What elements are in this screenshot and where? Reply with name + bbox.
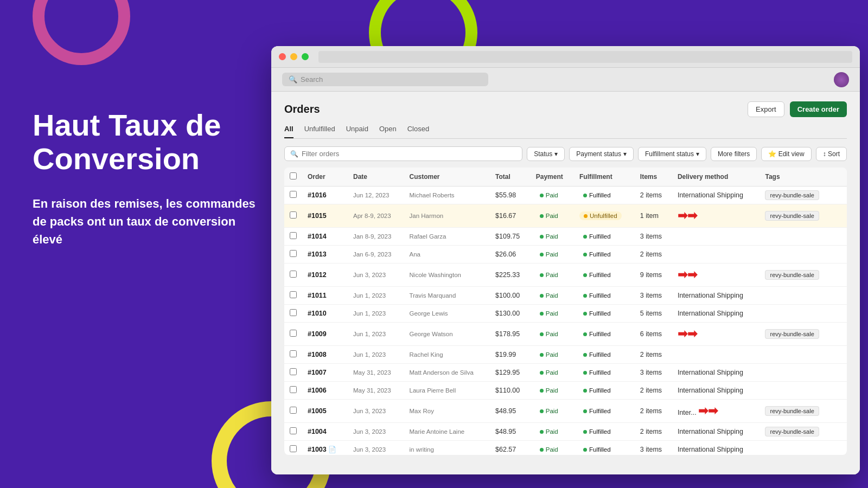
row-checkbox-cell[interactable]: [284, 305, 302, 323]
search-text: Search: [301, 75, 323, 84]
order-number-cell[interactable]: #1004: [302, 423, 348, 441]
row-checkbox-cell[interactable]: [284, 400, 302, 423]
edit-view-button[interactable]: ⭐ Edit view: [761, 147, 811, 161]
order-tags-cell: revy-bundle-sale: [760, 323, 847, 346]
order-number-cell[interactable]: #1013: [302, 246, 348, 264]
row-checkbox-cell[interactable]: [284, 228, 302, 246]
sort-button[interactable]: ↕ Sort: [816, 147, 847, 161]
row-checkbox-cell[interactable]: [284, 287, 302, 305]
order-date-cell: May 31, 2023: [348, 364, 404, 382]
order-total-cell: $225.33: [490, 264, 531, 287]
row-checkbox[interactable]: [290, 309, 297, 316]
row-checkbox[interactable]: [290, 250, 297, 257]
order-items-cell: 3 items: [635, 228, 672, 246]
order-total-cell: $19.99: [490, 346, 531, 364]
row-checkbox[interactable]: [290, 232, 297, 239]
order-items-cell: 2 items: [635, 400, 672, 423]
status-dot: [540, 409, 544, 413]
tabs-bar: All Unfulfilled Unpaid Open Closed: [284, 125, 847, 139]
order-total: $178.95: [495, 330, 520, 338]
traffic-light-green[interactable]: [302, 53, 309, 60]
order-number-cell[interactable]: #1011: [302, 287, 348, 305]
create-order-button[interactable]: Create order: [790, 101, 847, 117]
filter-orders-input[interactable]: [302, 150, 516, 158]
row-checkbox[interactable]: [290, 211, 297, 219]
traffic-light-red[interactable]: [279, 53, 286, 60]
order-number-cell[interactable]: #1015: [302, 204, 348, 228]
order-items: 3 items: [640, 369, 662, 376]
traffic-light-yellow[interactable]: [290, 53, 297, 60]
fulfillment-status-filter-button[interactable]: Fulfillment status ▾: [638, 147, 706, 161]
order-total-cell: $100.00: [490, 287, 531, 305]
search-box[interactable]: 🔍 Search: [282, 73, 488, 86]
order-payment-cell: Paid: [531, 382, 574, 400]
status-filter-button[interactable]: Status ▾: [527, 147, 565, 161]
decorative-circle-pink: [33, 0, 130, 65]
payment-status-badge: Paid: [536, 330, 562, 338]
red-arrow-annotation: ➡➡: [698, 404, 718, 418]
status-dot: [583, 371, 587, 375]
more-filters-button[interactable]: More filters: [711, 147, 757, 161]
row-checkbox-cell[interactable]: [284, 323, 302, 346]
row-checkbox-cell[interactable]: [284, 346, 302, 364]
row-checkbox-cell[interactable]: [284, 187, 302, 204]
order-date: May 31, 2023: [353, 369, 391, 376]
col-customer: Customer: [404, 168, 490, 187]
order-number-cell[interactable]: #1008: [302, 346, 348, 364]
tab-all[interactable]: All: [284, 125, 293, 138]
order-tags-cell: revy-bundle-sale: [760, 264, 847, 287]
avatar[interactable]: [834, 72, 849, 87]
order-date-cell: Jun 1, 2023: [348, 305, 404, 323]
order-items: 9 items: [640, 271, 662, 279]
row-checkbox[interactable]: [290, 427, 297, 434]
row-checkbox-cell[interactable]: [284, 423, 302, 441]
order-number-cell[interactable]: #1012: [302, 264, 348, 287]
status-dot: [540, 430, 544, 434]
row-checkbox[interactable]: [290, 330, 297, 337]
orders-table-wrap: Order Date Customer Total Payment Fulfil…: [284, 168, 847, 455]
order-number-cell[interactable]: #1007: [302, 364, 348, 382]
row-checkbox-cell[interactable]: [284, 441, 302, 455]
order-fulfillment-cell: Fulfilled: [574, 441, 635, 455]
orders-actions: Export Create order: [748, 101, 847, 117]
order-total-cell: $26.06: [490, 246, 531, 264]
tab-unfulfilled[interactable]: Unfulfilled: [304, 125, 335, 138]
export-button[interactable]: Export: [748, 101, 784, 117]
row-checkbox-cell[interactable]: [284, 204, 302, 228]
status-dot: [583, 235, 587, 239]
order-number-cell[interactable]: #1014: [302, 228, 348, 246]
order-number-cell[interactable]: #1005: [302, 400, 348, 423]
select-all-checkbox[interactable]: [290, 172, 297, 179]
fulfillment-status-badge: Fulfilled: [579, 232, 615, 241]
row-checkbox-cell[interactable]: [284, 382, 302, 400]
order-number: #1006: [308, 387, 327, 394]
order-number-cell[interactable]: #1010: [302, 305, 348, 323]
row-checkbox[interactable]: [290, 368, 297, 375]
tab-unpaid[interactable]: Unpaid: [346, 125, 368, 138]
row-checkbox[interactable]: [290, 291, 297, 298]
order-tags-cell: revy-bundle-sale: [760, 187, 847, 204]
order-total: $48.95: [495, 407, 516, 415]
row-checkbox[interactable]: [290, 445, 297, 452]
row-checkbox-cell[interactable]: [284, 246, 302, 264]
tab-open[interactable]: Open: [379, 125, 397, 138]
order-items: 2 items: [640, 191, 662, 199]
row-checkbox[interactable]: [290, 271, 297, 278]
row-checkbox-cell[interactable]: [284, 264, 302, 287]
order-number-cell[interactable]: #1009: [302, 323, 348, 346]
payment-status-filter-button[interactable]: Payment status ▾: [569, 147, 634, 161]
row-checkbox[interactable]: [290, 386, 297, 393]
fulfillment-status-badge: Fulfilled: [579, 407, 615, 415]
row-checkbox[interactable]: [290, 407, 297, 414]
tab-closed[interactable]: Closed: [407, 125, 429, 138]
payment-status-badge: Paid: [536, 407, 562, 415]
order-date-cell: Jun 3, 2023: [348, 441, 404, 455]
order-number-cell[interactable]: #1006: [302, 382, 348, 400]
order-number-cell[interactable]: #1016: [302, 187, 348, 204]
row-checkbox-cell[interactable]: [284, 364, 302, 382]
order-number-cell[interactable]: #1003 📄: [302, 441, 348, 455]
row-checkbox[interactable]: [290, 191, 297, 198]
filter-input-wrap[interactable]: 🔍: [284, 146, 522, 161]
row-checkbox[interactable]: [290, 350, 297, 357]
select-all-header[interactable]: [284, 168, 302, 187]
